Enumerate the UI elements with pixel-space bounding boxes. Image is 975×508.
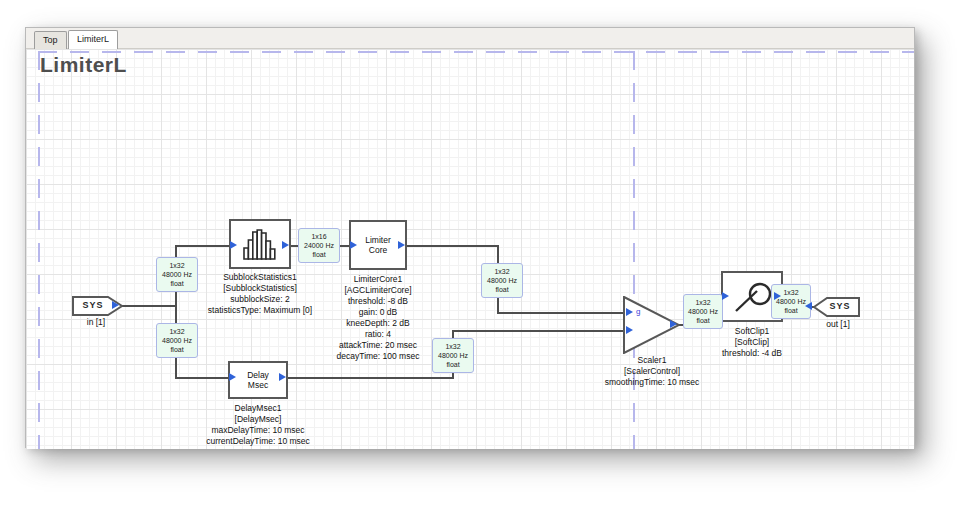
input-arrow-icon [626,326,633,334]
pin-type-badge[interactable]: 1x1624000 Hzfloat [298,228,340,263]
tab-bar: Top LimiterL [26,28,914,49]
input-arrow-icon [722,292,729,300]
input-arrow-icon [112,301,119,309]
output-arrow-icon [398,241,405,249]
pin-type-badge[interactable]: 1x3248000 Hzfloat [156,323,198,358]
output-arrow-icon [670,320,677,328]
block-inner-text: Limiter [365,235,391,245]
output-arrow-icon [774,292,781,300]
output-pad-arrow-icon [805,302,812,310]
input-arrow-icon [230,241,237,249]
wire[interactable] [287,377,454,379]
block-inner-text: Core [369,245,387,255]
boundary-dash-top [38,51,914,53]
output-arrow-icon [279,373,286,381]
tab-top[interactable]: Top [34,31,67,49]
block-inner-text: Delay [247,370,269,380]
gain-input-arrow-icon [626,308,633,316]
diagram-canvas[interactable]: LimiterL SYS in [1] [26,49,914,449]
histogram-icon [240,226,280,262]
wire[interactable] [497,312,627,314]
wire[interactable] [406,245,499,247]
page-boundary-dash [633,51,635,449]
block-label-scaler: Scaler1 [ScalerControl] smoothingTime: 1… [567,355,737,388]
pin-type-badge[interactable]: 1x3248000 Hzfloat [481,263,523,298]
output-arrow-icon [282,241,289,249]
output-pad-label: out [1] [808,319,868,329]
block-label-softclip: SoftClip1 [SoftClip] threshold: -4 dB [667,326,837,359]
tab-limiterl[interactable]: LimiterL [68,30,118,49]
input-arrow-icon [229,373,236,381]
output-pad-name: SYS [812,297,860,316]
wire[interactable] [175,245,231,247]
input-arrow-icon [350,241,357,249]
wire[interactable] [175,377,231,379]
softclip-curve-icon [729,277,775,317]
input-pad-label: in [1] [66,317,126,327]
block-label-delaymsec: DelayMsec1 [DelayMsec] maxDelayTime: 10 … [173,403,343,447]
page-title: LimiterL [40,53,127,77]
gain-pin-label: g [636,307,640,316]
designer-window: Top LimiterL LimiterL SYS [25,27,915,448]
pin-type-badge[interactable]: 1x3248000 Hzfloat [683,294,723,329]
boundary-dash-left [38,51,40,449]
block-inner-text: Msec [248,380,268,390]
wire[interactable] [452,330,627,332]
pin-type-badge[interactable]: 1x3248000 Hzfloat [432,338,474,373]
pin-type-badge[interactable]: 1x3248000 Hzfloat [156,257,198,292]
wire[interactable] [122,305,176,307]
sys-output-pad[interactable]: SYS [812,297,860,317]
